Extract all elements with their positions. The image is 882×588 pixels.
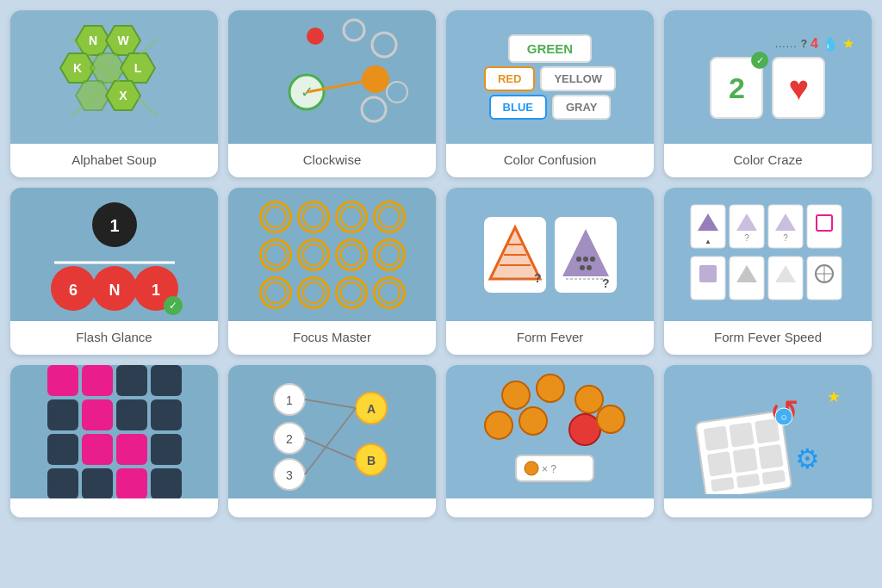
svg-text:3: 3 bbox=[286, 468, 293, 482]
svg-text:★: ★ bbox=[827, 388, 841, 405]
thumb-pink-grid bbox=[10, 365, 218, 498]
svg-point-14 bbox=[307, 28, 324, 45]
focus-cell bbox=[259, 276, 292, 309]
svg-text:X: X bbox=[119, 89, 127, 102]
focus-cell bbox=[259, 238, 292, 271]
card-label-form-fever-speed: Form Fever Speed bbox=[664, 321, 872, 355]
cc2-question-icon: ? bbox=[801, 38, 807, 50]
card-alphabet-soup[interactable]: N W K L X Alph bbox=[10, 10, 218, 177]
card-label-color-craze: Color Craze bbox=[664, 144, 872, 177]
svg-text:W: W bbox=[117, 34, 129, 47]
svg-text:6: 6 bbox=[68, 282, 77, 299]
pg-cell bbox=[151, 434, 182, 465]
svg-point-89 bbox=[569, 414, 600, 445]
pg-cell bbox=[82, 365, 113, 396]
cc2-dots-icon: ...... bbox=[775, 38, 798, 50]
svg-rect-98 bbox=[706, 451, 731, 476]
svg-rect-99 bbox=[732, 448, 757, 473]
svg-point-87 bbox=[485, 412, 512, 439]
card-focus-master[interactable]: Focus Master bbox=[228, 188, 436, 355]
coins-svg: × ? bbox=[464, 369, 637, 494]
svg-text:2: 2 bbox=[286, 432, 293, 446]
game-grid: N W K L X Alph bbox=[10, 10, 872, 517]
thumb-clockwise: ✓ bbox=[228, 10, 436, 144]
connect-dots-svg: 1 2 3 A B bbox=[246, 369, 419, 494]
svg-point-46 bbox=[580, 265, 585, 270]
cc-yellow-btn: YELLOW bbox=[540, 66, 616, 91]
pg-cell bbox=[47, 365, 78, 396]
pg-cell bbox=[116, 399, 147, 430]
card-color-confusion[interactable]: GREEN RED YELLOW BLUE GRAY Color Confusi… bbox=[446, 10, 654, 177]
svg-point-92 bbox=[525, 461, 538, 475]
svg-rect-95 bbox=[703, 425, 728, 450]
focus-cell bbox=[335, 201, 368, 233]
cc-blue-btn: BLUE bbox=[489, 95, 547, 120]
thumb-color-confusion: GREEN RED YELLOW BLUE GRAY bbox=[446, 10, 654, 144]
svg-text:A: A bbox=[366, 402, 375, 416]
cc-gray-btn: GRAY bbox=[552, 95, 611, 120]
card-coins[interactable]: × ? bbox=[446, 365, 654, 517]
cc-red-btn: RED bbox=[484, 66, 535, 91]
ff-card-2: ? bbox=[555, 217, 617, 293]
svg-point-47 bbox=[587, 265, 592, 270]
cc2-number-2: 2 bbox=[729, 71, 745, 105]
svg-text:× ?: × ? bbox=[542, 463, 556, 475]
svg-point-45 bbox=[590, 257, 595, 262]
svg-text:?: ? bbox=[534, 271, 542, 285]
focus-cell bbox=[335, 238, 368, 271]
focus-cell bbox=[297, 238, 330, 271]
pg-cell bbox=[82, 468, 113, 499]
svg-text:1: 1 bbox=[151, 282, 159, 299]
card-color-craze[interactable]: ...... ? 4 💧 ★ 2 ✓ ♥ Color Craze bbox=[664, 10, 872, 177]
svg-rect-62 bbox=[699, 265, 717, 282]
card-form-fever-speed[interactable]: ▲ ? ? Fo bbox=[664, 188, 872, 355]
card-puzzle[interactable]: ↺ ⚙ ★ ☺ bbox=[664, 365, 872, 517]
thumb-alphabet-soup: N W K L X bbox=[10, 10, 218, 144]
alphabet-soup-svg: N W K L X bbox=[54, 22, 175, 133]
card-label-coins bbox=[446, 498, 654, 517]
card-form-fever[interactable]: ? ? bbox=[446, 188, 654, 355]
pg-cell bbox=[47, 468, 78, 499]
thumb-form-fever: ? ? bbox=[446, 188, 654, 321]
form-fever-speed-svg: ▲ ? ? bbox=[682, 192, 854, 317]
svg-line-81 bbox=[305, 399, 356, 408]
svg-marker-39 bbox=[490, 227, 540, 279]
svg-point-88 bbox=[519, 407, 547, 435]
card-clockwise[interactable]: ✓ Clockwise bbox=[228, 10, 436, 177]
card-pink-grid[interactable] bbox=[10, 365, 218, 517]
card-label-form-fever: Form Fever bbox=[446, 321, 654, 355]
focus-cell bbox=[373, 238, 406, 271]
pg-cell bbox=[116, 365, 147, 396]
card-connect-dots[interactable]: 1 2 3 A B bbox=[228, 365, 436, 517]
cc2-heart-icon: ♥ bbox=[789, 69, 810, 108]
card-flash-glance[interactable]: 1 6 N 1 ✓ Flash Glance bbox=[10, 188, 218, 355]
flash-glance-svg: 1 6 N 1 ✓ bbox=[28, 192, 201, 317]
focus-grid bbox=[259, 201, 406, 309]
cc2-drop-icon: 💧 bbox=[822, 35, 839, 52]
svg-point-22 bbox=[362, 97, 386, 121]
cc2-star-icon: ★ bbox=[842, 35, 854, 52]
cc2-number-icon: 4 bbox=[811, 36, 818, 52]
svg-point-43 bbox=[576, 257, 581, 262]
svg-text:L: L bbox=[134, 61, 141, 75]
svg-text:1: 1 bbox=[109, 216, 119, 235]
svg-point-15 bbox=[344, 20, 364, 40]
focus-cell bbox=[373, 276, 406, 309]
card-label-alphabet-soup: Alphabet Soup bbox=[10, 144, 218, 177]
pg-cell bbox=[47, 399, 78, 430]
pg-cell bbox=[116, 434, 147, 465]
svg-text:☺: ☺ bbox=[779, 412, 787, 422]
focus-cell bbox=[335, 276, 368, 309]
svg-text:▲: ▲ bbox=[705, 238, 711, 245]
svg-rect-96 bbox=[729, 422, 754, 447]
thumb-puzzle: ↺ ⚙ ★ ☺ bbox=[664, 365, 872, 498]
svg-text:?: ? bbox=[783, 233, 788, 243]
thumb-form-fever-speed: ▲ ? ? bbox=[664, 188, 872, 321]
clockwise-svg: ✓ bbox=[246, 15, 419, 139]
thumb-color-craze: ...... ? 4 💧 ★ 2 ✓ ♥ bbox=[664, 10, 872, 144]
svg-text:K: K bbox=[72, 61, 81, 75]
svg-point-21 bbox=[362, 65, 389, 93]
pg-cell bbox=[47, 434, 78, 465]
focus-cell bbox=[373, 201, 406, 233]
pg-cell bbox=[82, 434, 113, 465]
